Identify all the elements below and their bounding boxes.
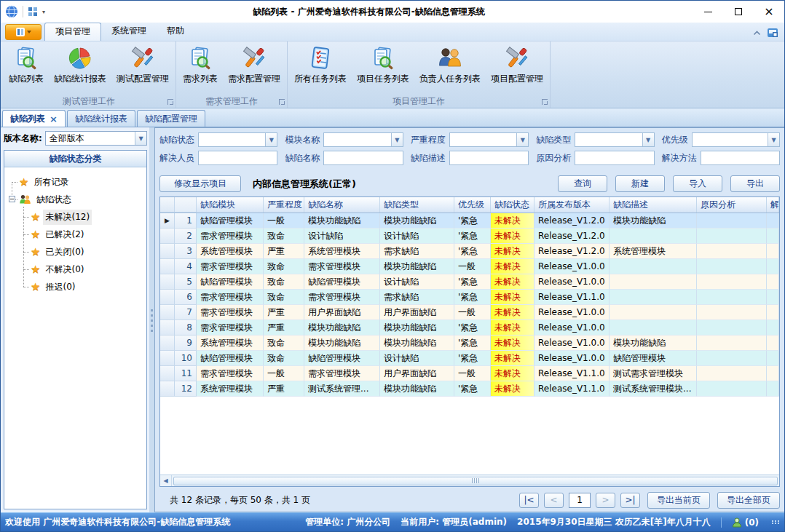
tree-item[interactable]: ★所有记录: [4, 173, 146, 191]
table-row[interactable]: 12系统管理模块严重测试系统管理...模块功能缺陷'紧急未解决Release_V…: [160, 381, 779, 397]
chevron-down-icon[interactable]: ▼: [391, 133, 403, 146]
tree-item[interactable]: 缺陷状态: [4, 191, 146, 208]
column-header[interactable]: 优先级: [454, 197, 491, 213]
table-row[interactable]: 2需求管理模块致命设计缺陷设计缺陷'紧急未解决Release_V1.2.0: [160, 229, 779, 244]
first-page-button[interactable]: |<: [519, 493, 539, 508]
export-button[interactable]: 导出: [730, 175, 780, 192]
filter-text-input[interactable]: [450, 133, 516, 146]
doc-tab[interactable]: 缺陷配置管理: [137, 110, 205, 127]
tree-item[interactable]: ★推迟(0): [4, 278, 146, 295]
table-row[interactable]: 5缺陷管理模块致命缺陷管理模块设计缺陷'紧急未解决Release_V1.0.0: [160, 274, 779, 290]
filter-text-input[interactable]: [450, 151, 528, 164]
filter-text-input[interactable]: [324, 133, 390, 146]
filter-text-input[interactable]: [701, 151, 779, 164]
sidebar-splitter[interactable]: [149, 127, 154, 512]
page-number-input[interactable]: [569, 493, 591, 508]
ribbon-button[interactable]: 需求配置管理: [223, 43, 285, 87]
filter-input[interactable]: [449, 151, 529, 165]
column-header[interactable]: 所属发布版本: [534, 197, 610, 213]
filter-select[interactable]: ▼: [323, 132, 403, 147]
version-select[interactable]: 全部版本 ▼: [45, 131, 147, 146]
ribbon-button[interactable]: 负责人任务列表: [414, 43, 486, 87]
last-page-button[interactable]: >|: [620, 493, 640, 508]
filter-text-input[interactable]: [324, 151, 402, 164]
export-current-page-button[interactable]: 导出当前页: [647, 492, 710, 509]
chevron-down-icon[interactable]: ▼: [265, 133, 277, 146]
horizontal-scrollbar[interactable]: ◀: [160, 475, 779, 486]
table-row[interactable]: 7需求管理模块严重用户界面缺陷用户界面缺陷一般未解决Release_V1.0.0: [160, 305, 779, 320]
filter-text-input[interactable]: [693, 133, 768, 146]
export-all-pages-button[interactable]: 导出全部页: [717, 492, 780, 509]
close-tab-icon[interactable]: ×: [50, 114, 58, 124]
ribbon-tab[interactable]: 帮助: [157, 23, 194, 41]
ribbon-collapse-icon[interactable]: [753, 30, 761, 36]
filter-input[interactable]: [701, 151, 780, 165]
table-row[interactable]: 10缺陷管理模块致命缺陷管理模块设计缺陷'紧急未解决Release_V1.0.0…: [160, 351, 779, 366]
doc-tab[interactable]: 缺陷列表×: [2, 110, 66, 127]
filter-text-input[interactable]: [199, 133, 265, 146]
filter-select[interactable]: ▼: [198, 132, 277, 147]
column-header[interactable]: 原因分析: [697, 197, 767, 213]
scrollbar-thumb[interactable]: [173, 477, 778, 485]
chevron-down-icon[interactable]: ▼: [516, 133, 528, 146]
resize-grip[interactable]: [772, 520, 780, 524]
chevron-down-icon[interactable]: ▼: [135, 132, 146, 145]
import-button[interactable]: 导入: [673, 175, 722, 192]
table-row[interactable]: 6需求管理模块致命需求管理模块需求缺陷'紧急未解决Release_V1.1.0: [160, 290, 779, 305]
ribbon-button[interactable]: 项目配置管理: [486, 43, 548, 87]
doc-tab[interactable]: 缺陷统计报表: [67, 110, 135, 127]
ribbon-button[interactable]: 项目任务列表: [352, 43, 414, 87]
filter-text-input[interactable]: [575, 133, 642, 146]
ribbon-button[interactable]: 需求列表: [178, 43, 223, 87]
column-header[interactable]: 缺陷名称: [304, 197, 380, 213]
table-row[interactable]: 3系统管理模块严重系统管理模块需求缺陷'紧急未解决Release_V1.2.0系…: [160, 244, 779, 259]
filter-text-input[interactable]: [575, 151, 653, 164]
filter-select[interactable]: ▼: [692, 132, 780, 147]
chevron-down-icon[interactable]: ▼: [768, 133, 779, 146]
filter-input[interactable]: [323, 151, 403, 165]
query-button[interactable]: 查询: [558, 175, 607, 192]
close-button[interactable]: ×: [754, 1, 784, 23]
scroll-left-icon[interactable]: ◀: [160, 475, 172, 486]
tree-item[interactable]: ★已解决(2): [4, 226, 146, 243]
column-header[interactable]: 严重程度: [264, 197, 304, 213]
ribbon-button[interactable]: 所有任务列表: [289, 43, 352, 87]
tree-item[interactable]: ★不解决(0): [4, 261, 146, 278]
table-row[interactable]: 8需求管理模块严重模块功能缺陷模块功能缺陷'紧急未解决Release_V1.0.…: [160, 320, 779, 336]
ribbon-button[interactable]: 测试配置管理: [111, 43, 174, 87]
column-header[interactable]: 缺陷描述: [610, 197, 697, 213]
dialog-launcher-icon[interactable]: [542, 99, 548, 105]
ribbon-help-icon[interactable]: [767, 27, 778, 38]
dialog-launcher-icon[interactable]: [167, 99, 173, 105]
table-row[interactable]: 11需求管理模块一般需求管理模块用户界面缺陷一般未解决Release_V1.1.…: [160, 366, 779, 381]
minimize-button[interactable]: [693, 1, 723, 23]
tree-collapse-toggle[interactable]: [9, 196, 15, 202]
filter-input[interactable]: [198, 151, 277, 165]
ribbon-tab[interactable]: 系统管理: [101, 23, 157, 41]
column-header[interactable]: 缺陷模块: [197, 197, 264, 213]
ribbon-button[interactable]: 缺陷统计报表: [49, 43, 111, 87]
modify-columns-button[interactable]: 修改显示项目: [159, 175, 241, 192]
filter-select[interactable]: ▼: [449, 132, 529, 147]
new-button[interactable]: 新建: [615, 175, 665, 192]
column-header[interactable]: 缺陷类型: [380, 197, 454, 213]
table-row[interactable]: 4需求管理模块致命需求管理模块模块功能缺陷一般未解决Release_V1.0.0: [160, 259, 779, 274]
quick-access-grid-icon[interactable]: [28, 7, 38, 17]
maximize-button[interactable]: [723, 1, 754, 23]
app-menu-button[interactable]: [5, 24, 42, 40]
tree-item[interactable]: ★已关闭(0): [4, 243, 146, 261]
ribbon-button[interactable]: 缺陷列表: [4, 43, 49, 87]
chevron-down-icon[interactable]: ▼: [642, 133, 654, 146]
prev-page-button[interactable]: <: [544, 493, 564, 508]
column-header[interactable]: 缺陷状态: [491, 197, 534, 213]
next-page-button[interactable]: >: [596, 493, 615, 508]
ribbon-tab[interactable]: 项目管理: [44, 23, 101, 41]
filter-text-input[interactable]: [199, 151, 277, 164]
filter-input[interactable]: [575, 151, 654, 165]
column-header[interactable]: 解决方法: [767, 197, 779, 213]
tree-item[interactable]: ★未解决(12): [4, 208, 146, 226]
dialog-launcher-icon[interactable]: [279, 99, 285, 105]
table-row[interactable]: ▶1缺陷管理模块一般模块功能缺陷模块功能缺陷'紧急未解决Release_V1.2…: [160, 213, 779, 229]
table-row[interactable]: 9系统管理模块致命模块功能缺陷模块功能缺陷'紧急未解决Release_V1.0.…: [160, 336, 779, 351]
filter-select[interactable]: ▼: [575, 132, 654, 147]
